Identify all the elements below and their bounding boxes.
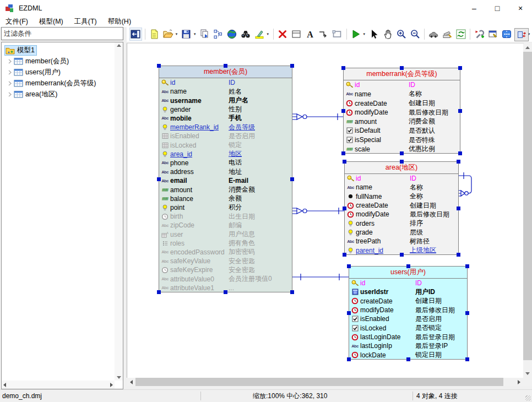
selection-handle-tm[interactable] — [224, 64, 227, 68]
field-row-isDefault[interactable]: isDefault是否默认 — [344, 126, 460, 135]
field-row-safeKeyValue[interactable]: AbcsafeKeyValue安全密匙 — [159, 257, 292, 265]
entity-title[interactable]: member(会员) — [159, 66, 292, 78]
field-row-id[interactable]: idID — [345, 174, 458, 183]
selection-handle-mr[interactable] — [465, 311, 469, 315]
field-row-grade[interactable]: grade层级 — [345, 228, 458, 237]
selection-handle-tm[interactable] — [406, 264, 410, 268]
canvas-horizontal-scrollbar[interactable] — [127, 378, 523, 386]
scroll-right-icon[interactable] — [110, 383, 113, 387]
field-row-point[interactable]: point积分 — [159, 203, 292, 212]
field-row-id[interactable]: idID — [344, 80, 460, 90]
selection-handle-ml[interactable] — [347, 311, 351, 315]
properties-button[interactable] — [487, 28, 500, 41]
tree-item-area[interactable]: area(地区) — [2, 89, 123, 100]
selection-handle-ml[interactable] — [343, 207, 346, 210]
field-row-isSpecial[interactable]: isSpecial是否特殊 — [344, 135, 460, 145]
new-table-button[interactable] — [290, 28, 302, 41]
selection-handle-mr[interactable] — [290, 177, 294, 181]
selection-handle-tm[interactable] — [400, 160, 404, 164]
entity-title[interactable]: users(用户) — [349, 267, 467, 279]
scroll-down-icon[interactable] — [117, 376, 121, 379]
scroll-left-icon[interactable] — [127, 378, 135, 386]
field-row-lastLoginDate[interactable]: lastLoginDate最后登录日期 — [349, 333, 467, 341]
close-button[interactable]: × — [509, 0, 532, 17]
selection-handle-br[interactable] — [457, 253, 460, 257]
field-row-user[interactable]: Auser用户信息 — [159, 230, 292, 238]
selection-handle-bm[interactable] — [400, 253, 404, 257]
refresh-button[interactable] — [455, 28, 468, 41]
open-model-dropdown-arrow[interactable]: ▼ — [175, 32, 180, 36]
selection-handle-tl[interactable] — [341, 66, 345, 70]
select-tool-button[interactable] — [368, 28, 381, 41]
field-row-fullName[interactable]: fullName全称 — [345, 192, 458, 201]
field-row-zipCode[interactable]: AbczipCode邮编 — [159, 221, 292, 230]
field-row-area_id[interactable]: area_id地区 — [159, 150, 292, 159]
preview-button[interactable] — [427, 28, 440, 41]
selection-handle-bm[interactable] — [224, 290, 227, 294]
tree-item-member[interactable]: member(会员) — [2, 56, 123, 67]
zoom-in-button[interactable] — [395, 28, 408, 41]
field-row-attributeValue0[interactable]: AbcattributeValue0会员注册项值0 — [159, 274, 292, 283]
delete-button[interactable] — [276, 28, 289, 41]
new-rectangle-button[interactable] — [331, 28, 344, 41]
scroll-left-icon[interactable] — [3, 383, 6, 387]
selection-handle-tr[interactable] — [465, 264, 469, 268]
selection-handle-br[interactable] — [290, 290, 294, 294]
toggle-sidebar-button[interactable] — [129, 28, 142, 41]
field-row-balance[interactable]: ###balance余额 — [159, 194, 292, 203]
copy-diagram-button[interactable] — [198, 28, 211, 41]
field-row-safeKeyExpire[interactable]: safeKeyExpire安全密匙 — [159, 265, 292, 274]
selection-handle-tm[interactable] — [400, 66, 404, 70]
field-row-isLocked[interactable]: isLocked锁定 — [159, 140, 292, 149]
field-row-name[interactable]: Abcname名称 — [344, 90, 460, 99]
field-row-phone[interactable]: Abcphone电话 — [159, 159, 292, 167]
selection-handle-bm[interactable] — [406, 357, 410, 361]
selection-handle-mr[interactable] — [457, 207, 460, 210]
field-row-amount[interactable]: ###amount消费金额 — [159, 185, 292, 194]
field-row-lastLoginIp[interactable]: AbclastLoginIp最后登录IP — [349, 341, 467, 350]
field-row-isEnabled[interactable]: isEnabled是否启用 — [159, 132, 292, 140]
add-field-button[interactable] — [473, 28, 486, 41]
field-row-userIdstr[interactable]: userIdstr用户ID — [349, 287, 467, 296]
tree-nodes-view-button[interactable] — [212, 28, 225, 41]
selection-handle-tr[interactable] — [290, 64, 294, 68]
new-connector-button[interactable] — [317, 28, 330, 41]
field-row-isEnabled[interactable]: isEnabled是否启用 — [349, 314, 467, 323]
horizontal-scroll-thumb[interactable] — [135, 378, 503, 386]
field-row-name[interactable]: Abcname姓名 — [159, 87, 292, 96]
field-row-modifyDate[interactable]: modifyDate最后修改日期 — [345, 210, 458, 219]
field-row-roles[interactable]: roles拥有角色 — [159, 239, 292, 248]
selection-handle-tl[interactable] — [343, 160, 346, 164]
export-image-button[interactable] — [441, 28, 454, 41]
scroll-down-icon[interactable] — [524, 370, 532, 378]
field-row-isLocked[interactable]: isLocked是否锁定 — [349, 324, 467, 333]
zoom-out-button[interactable] — [409, 28, 421, 41]
vertical-scroll-thumb[interactable] — [523, 52, 532, 360]
field-row-orders[interactable]: orders排序 — [345, 219, 458, 228]
selection-handle-bl[interactable] — [343, 253, 346, 257]
web-globe-button[interactable] — [226, 28, 238, 41]
field-row-id[interactable]: idID — [159, 78, 292, 87]
scroll-up-icon[interactable] — [524, 44, 532, 52]
find-button[interactable] — [240, 28, 252, 41]
selection-handle-bm[interactable] — [400, 151, 404, 155]
tree-vertical-scrollbar[interactable] — [115, 42, 123, 381]
selection-handle-br[interactable] — [465, 357, 469, 361]
field-row-createDate[interactable]: createDate创建日期 — [349, 297, 467, 306]
selection-handle-bl[interactable] — [341, 151, 345, 155]
field-row-gender[interactable]: gender性别 — [159, 105, 292, 114]
selection-handle-tl[interactable] — [347, 264, 351, 268]
field-row-modifyDate[interactable]: modifyDate最后修改日期 — [349, 306, 467, 314]
field-row-treePath[interactable]: AbctreePath树路径 — [345, 237, 458, 246]
field-row-name[interactable]: Abcname名称 — [345, 183, 458, 192]
connector-member-users[interactable] — [292, 274, 349, 280]
expander-icon[interactable] — [6, 59, 14, 64]
fit-selection-button[interactable] — [501, 28, 513, 41]
field-row-modifyDate[interactable]: modifyDate最后修改日期 — [344, 108, 460, 117]
field-row-memberRank_id[interactable]: memberRank_id会员等级 — [159, 123, 292, 132]
selection-handle-mr[interactable] — [458, 109, 462, 113]
minimize-button[interactable]: – — [463, 0, 486, 17]
field-row-id[interactable]: idID — [349, 279, 467, 287]
scroll-right-icon[interactable] — [515, 378, 523, 386]
selection-handle-ml[interactable] — [157, 177, 161, 181]
